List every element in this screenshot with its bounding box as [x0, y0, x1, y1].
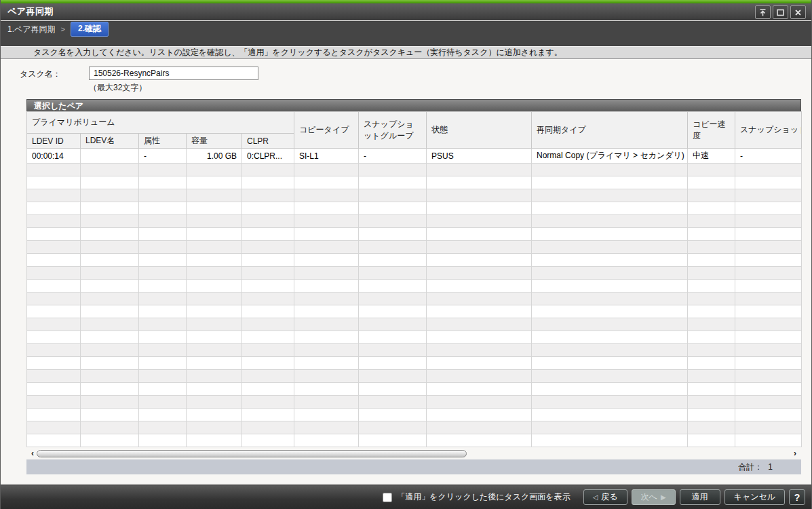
- cell: [81, 202, 139, 215]
- breadcrumb-step-2-active: 2.確認: [71, 22, 109, 37]
- cell: [427, 383, 532, 396]
- cell: [139, 383, 187, 396]
- help-button[interactable]: ?: [789, 489, 805, 505]
- cell: [735, 396, 802, 409]
- cell: [294, 241, 359, 254]
- cell: [427, 267, 532, 280]
- cell: [294, 305, 359, 318]
- table-row-empty: [27, 305, 802, 318]
- cell: [81, 189, 139, 202]
- action-bar: 「適用」をクリックした後にタスク画面を表示 ◁ 戻る 次へ ▶ 適用 キャンセル…: [1, 485, 811, 509]
- cell: [359, 331, 427, 344]
- column-header-copy-speed[interactable]: コピー速度: [688, 112, 735, 149]
- cell: [688, 409, 735, 421]
- column-header-snapshot-time[interactable]: スナップショット取得時刻: [735, 112, 802, 149]
- task-name-hint: （最大32文字）: [89, 82, 147, 94]
- cell: [427, 228, 532, 241]
- breadcrumb: 1.ペア再同期 > 2.確認: [1, 22, 811, 36]
- close-button[interactable]: [790, 5, 806, 19]
- cell: [187, 370, 242, 383]
- cell: [359, 409, 427, 421]
- cancel-button[interactable]: キャンセル: [724, 489, 785, 505]
- table-row-empty: [27, 202, 802, 215]
- task-name-input[interactable]: [89, 67, 258, 80]
- cell: [187, 189, 242, 202]
- cell: [242, 421, 294, 434]
- cell: [427, 396, 532, 409]
- table-title: 選択したペア: [26, 99, 801, 111]
- cell: [187, 305, 242, 318]
- scrollbar-thumb[interactable]: [37, 450, 467, 457]
- cell: [187, 331, 242, 344]
- cell: [81, 331, 139, 344]
- cell: [242, 396, 294, 409]
- cell: [139, 421, 187, 434]
- cell: [294, 434, 359, 447]
- cancel-button-label: キャンセル: [734, 491, 775, 503]
- cell: [427, 357, 532, 370]
- column-header-attribute[interactable]: 属性: [139, 134, 187, 149]
- cell: [294, 189, 359, 202]
- cell: [688, 241, 735, 254]
- column-header-copy-type[interactable]: コピータイプ: [294, 112, 359, 149]
- back-button-label: 戻る: [601, 491, 617, 503]
- collapse-button[interactable]: [755, 5, 771, 19]
- column-header-capacity[interactable]: 容量: [187, 134, 242, 149]
- show-task-screen-checkbox[interactable]: [383, 493, 392, 502]
- cell: [187, 228, 242, 241]
- table-row-empty: [27, 344, 802, 357]
- scrollbar-track[interactable]: [37, 449, 791, 458]
- cell: [294, 176, 359, 189]
- cell: [139, 254, 187, 267]
- cell: [27, 383, 81, 396]
- cell: [294, 215, 359, 228]
- column-header-ldev-name[interactable]: LDEV名: [81, 134, 139, 149]
- total-label: 合計：: [738, 461, 762, 473]
- cell: [242, 344, 294, 357]
- column-header-snapshot-group[interactable]: スナップショットグループ: [359, 112, 427, 149]
- cell: [27, 254, 81, 267]
- cell: [242, 164, 294, 176]
- cell: [427, 293, 532, 305]
- table-row-empty: [27, 396, 802, 409]
- cell: [294, 293, 359, 305]
- cell: [427, 409, 532, 421]
- column-header-clpr[interactable]: CLPR: [242, 134, 294, 149]
- cell: [532, 383, 688, 396]
- cell: [139, 318, 187, 331]
- cell: [735, 344, 802, 357]
- column-header-ldev-id[interactable]: LDEV ID: [27, 134, 81, 149]
- apply-button-label: 適用: [692, 491, 708, 503]
- cell: [27, 318, 81, 331]
- scroll-left-icon[interactable]: ‹: [28, 447, 37, 459]
- cell: [427, 254, 532, 267]
- cell: [187, 293, 242, 305]
- cell: [735, 280, 802, 293]
- cell: [139, 267, 187, 280]
- cell: [81, 149, 139, 164]
- cell: [242, 383, 294, 396]
- cell: [532, 202, 688, 215]
- cell: [532, 215, 688, 228]
- next-arrow-icon: ▶: [661, 493, 666, 501]
- cell: [294, 318, 359, 331]
- cell: [294, 409, 359, 421]
- column-header-resync-type[interactable]: 再同期タイプ: [532, 112, 688, 149]
- column-header-status[interactable]: 状態: [427, 112, 532, 149]
- cell: [81, 215, 139, 228]
- scroll-right-icon[interactable]: ›: [791, 447, 799, 459]
- back-button[interactable]: ◁ 戻る: [583, 489, 627, 505]
- cell: [735, 434, 802, 447]
- cell: [688, 305, 735, 318]
- dialog-title-bar: ペア再同期: [1, 3, 811, 20]
- cell: [242, 228, 294, 241]
- cell: [242, 176, 294, 189]
- cell: [735, 267, 802, 280]
- cell: [187, 434, 242, 447]
- table-row[interactable]: 00:00:14-1.00 GB0:CLPR...SI-L1-PSUSNorma…: [27, 149, 802, 164]
- maximize-button[interactable]: [773, 5, 788, 19]
- table-row-empty: [27, 409, 802, 421]
- apply-button[interactable]: 適用: [680, 489, 720, 505]
- horizontal-scrollbar: ‹ ›: [26, 447, 801, 459]
- cell: [27, 215, 81, 228]
